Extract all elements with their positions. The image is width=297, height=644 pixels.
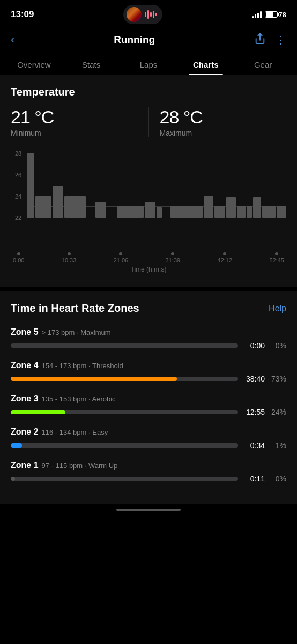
x-tick-1: 10:33 [62,252,77,264]
tab-charts[interactable]: Charts [177,55,234,75]
waveform-bar-4 [153,11,154,18]
zone-1-range: 97 - 115 bpm · Warm Up [42,462,118,470]
signal-bar-1 [252,16,254,18]
zone-5-bar-track [11,343,238,348]
nav-bar: ‹ Running ⋮ [0,27,297,55]
temp-min-label: Minimum [11,129,138,137]
zone-5-range: > 173 bpm · Maximum [42,328,111,336]
svg-rect-23 [253,197,261,218]
temperature-title: Temperature [11,86,286,98]
chart-svg: 28 26 24 22 [11,148,286,245]
status-time: 13:09 [11,9,34,20]
zone-4-bar-row: 38:40 73% [11,375,286,383]
section-divider [0,287,297,291]
svg-rect-19 [214,206,225,218]
zone-3-bar-track [11,410,238,414]
zone-5-pct: 0% [270,341,286,350]
home-bar [116,509,181,511]
more-button[interactable]: ⋮ [276,33,286,46]
svg-rect-25 [277,206,286,218]
svg-rect-8 [53,186,63,218]
svg-rect-20 [226,197,236,218]
svg-text:22: 22 [15,215,21,221]
x-tick-0: 0:00 [13,252,24,264]
svg-rect-6 [27,153,34,218]
waveform-bar-5 [155,13,157,16]
zone-2-bar-fill [11,443,22,448]
zone-4-info: Zone 4 154 - 173 bpm · Threshold [11,361,286,370]
tick-dot [275,252,278,255]
temp-min-value: 21 °C [11,107,138,128]
svg-rect-21 [237,206,246,218]
zone-5-item: Zone 5 > 173 bpm · Maximum 0:00 0% [11,327,286,350]
tick-label-5: 52:45 [269,257,284,264]
zone-3-info: Zone 3 135 - 153 bpm · Aerobic [11,394,286,404]
status-right: 78 [252,11,286,19]
temperature-section: Temperature 21 °C Minimum 28 °C Maximum … [0,75,297,287]
signal-bar-4 [260,11,262,18]
zone-3-time: 12:55 [243,408,265,416]
zone-4-time: 38:40 [243,375,265,383]
zone-4-bar-track [11,377,238,381]
zone-2-bar-track [11,443,238,448]
svg-text:24: 24 [15,193,21,200]
waveform-icon [145,10,157,19]
svg-text:26: 26 [15,172,21,178]
zone-2-time: 0:34 [243,441,265,450]
tab-overview[interactable]: Overview [5,55,63,75]
svg-rect-17 [170,206,203,218]
status-bar: 13:09 78 [0,0,297,27]
zone-1-item: Zone 1 97 - 115 bpm · Warm Up 0:11 0% [11,460,286,483]
svg-rect-22 [247,206,252,218]
svg-text:28: 28 [15,150,21,157]
temp-max-label: Maximum [160,129,287,137]
zone-1-bar-track [11,477,238,481]
temp-min: 21 °C Minimum [11,107,148,137]
zone-1-time: 0:11 [243,474,265,483]
zone-3-bar-row: 12:55 24% [11,408,286,416]
battery: 78 [265,11,286,19]
zone-5-time: 0:00 [243,341,265,350]
x-tick-5: 52:45 [269,252,284,264]
temp-max-value: 28 °C [160,107,287,128]
zone-4-name: Zone 4 [11,361,39,370]
zone-3-range: 135 - 153 bpm · Aerobic [42,395,116,403]
help-button[interactable]: Help [269,304,286,313]
zone-5-name: Zone 5 [11,327,39,337]
zone-3-name: Zone 3 [11,394,39,404]
zone-1-name: Zone 1 [11,460,39,470]
signal-bars [252,11,262,18]
svg-rect-7 [35,196,51,218]
tick-label-3: 31:39 [166,257,181,264]
svg-rect-16 [163,210,169,218]
page-title: Running [114,34,155,46]
tick-label-0: 0:00 [13,257,24,264]
tab-stats[interactable]: Stats [63,55,120,75]
temp-max: 28 °C Maximum [148,107,287,137]
waveform-bar-2 [147,10,149,19]
zone-4-item: Zone 4 154 - 173 bpm · Threshold 38:40 7… [11,361,286,383]
x-tick-2: 21:06 [114,252,129,264]
zone-1-pct: 0% [270,474,286,483]
svg-rect-10 [87,207,94,218]
zone-2-name: Zone 2 [11,427,39,437]
waveform-bar-3 [150,12,152,17]
zone-3-item: Zone 3 135 - 153 bpm · Aerobic 12:55 24% [11,394,286,416]
tick-dot [171,252,174,255]
svg-rect-11 [95,202,106,218]
chart-x-axis: 0:00 10:33 21:06 31:39 42:12 52:45 [11,249,286,264]
tick-dot [17,252,20,255]
tab-laps[interactable]: Laps [120,55,177,75]
hr-header: Time in Heart Rate Zones Help [11,302,286,314]
tab-gear[interactable]: Gear [234,55,292,75]
nav-actions: ⋮ [254,33,286,47]
zone-2-pct: 1% [270,441,286,450]
zone-4-range: 154 - 173 bpm · Threshold [42,362,123,370]
back-button[interactable]: ‹ [11,33,14,47]
tick-label-4: 42:12 [218,257,233,264]
svg-rect-15 [157,207,162,218]
zone-1-info: Zone 1 97 - 115 bpm · Warm Up [11,460,286,470]
share-button[interactable] [254,33,266,47]
now-playing-pill[interactable] [123,5,162,24]
svg-rect-13 [117,206,144,218]
